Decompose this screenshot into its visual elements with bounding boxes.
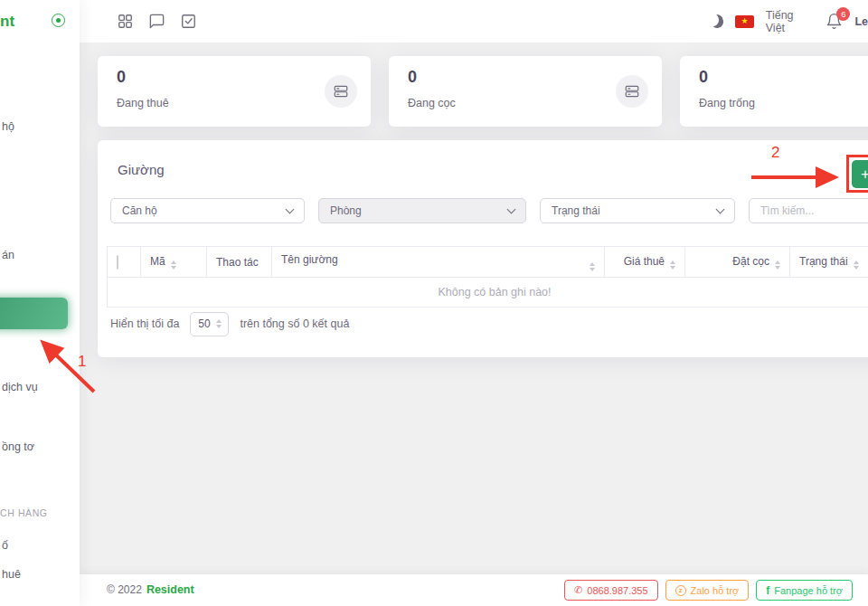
stat-card-dang-coc: 0 Đang cọc <box>389 56 662 127</box>
sidebar-item-can-ho[interactable]: hộ <box>2 120 14 133</box>
page-size-value: 50 <box>198 317 210 330</box>
chevron-down-icon <box>716 204 725 213</box>
page-size-stepper[interactable]: 50 <box>190 312 229 336</box>
stat-value: 0 <box>117 68 126 87</box>
annotation-highlight-box <box>846 155 868 193</box>
sidebar: nt hộ án dịch vụ ồng tơ CH HÀNG ố huê <box>0 0 80 606</box>
stat-card-dang-thue: 0 Đang thuê <box>98 56 371 127</box>
sidebar-item-an[interactable]: án <box>2 249 14 261</box>
search-input[interactable] <box>749 198 868 223</box>
select-all-checkbox[interactable] <box>117 255 118 270</box>
vietnam-flag-icon[interactable]: ★ <box>735 15 753 28</box>
filter-row: Căn hộ Phòng Trạng thái <box>110 198 868 223</box>
sort-icon <box>854 260 859 270</box>
annotation-step-1: 1 <box>78 353 86 371</box>
sort-icon <box>670 260 675 270</box>
sidebar-item-khach-thue[interactable]: huê <box>2 568 21 581</box>
sort-icon <box>590 262 595 271</box>
column-ten-giuong[interactable]: Tên giường <box>272 247 605 278</box>
sidebar-item-active-giuong[interactable] <box>0 298 68 329</box>
navbar-actions: ★ Tiếng Việt 6 Le <box>711 0 868 43</box>
phone-icon: ✆ <box>574 584 582 596</box>
column-ma[interactable]: Mã <box>141 247 207 278</box>
chat-icon[interactable] <box>148 13 165 30</box>
sort-icon <box>171 260 176 270</box>
empty-row: Không có bản ghi nào! <box>108 278 868 308</box>
pagination-prefix: Hiển thị tối đa <box>110 317 179 330</box>
chevron-down-icon <box>507 204 516 213</box>
sidebar-item-dich-vu[interactable]: dịch vụ <box>2 381 38 393</box>
sidebar-item-o[interactable]: ố <box>2 539 8 552</box>
zalo-icon: z <box>675 585 686 596</box>
check-square-icon[interactable] <box>180 13 197 30</box>
room-select[interactable]: Phòng <box>318 198 526 223</box>
stat-label: Đang trống <box>699 97 755 109</box>
panel-title: Giường <box>118 162 165 177</box>
stat-card-dang-trong: 0 Đang trống <box>680 56 868 127</box>
facebook-icon: f <box>766 584 769 597</box>
stat-label: Đang thuê <box>117 97 169 109</box>
status-select-label: Trạng thái <box>552 204 600 217</box>
stat-value: 0 <box>699 68 708 87</box>
dark-mode-icon[interactable] <box>709 13 725 29</box>
sidebar-collapse-icon[interactable] <box>52 14 65 27</box>
beds-panel: Giường Căn hộ Phòng Trạng thái <box>98 140 868 357</box>
table-header-row: Mã Thao tác Tên giường Giá thuê Đặt cọc … <box>108 247 868 278</box>
empty-state-text: Không có bản ghi nào! <box>108 278 868 308</box>
apartment-select[interactable]: Căn hộ <box>110 198 305 223</box>
fanpage-support-button[interactable]: f Fanpage hỗ trợ <box>756 580 853 601</box>
phone-support-button[interactable]: ✆ 0868.987.355 <box>564 580 658 601</box>
footer: © 2022Resident ✆ 0868.987.355 z Zalo hỗ … <box>80 574 868 606</box>
pagination: Hiển thị tối đa 50 trên tổng số 0 kết qu… <box>110 310 349 337</box>
apartment-select-label: Căn hộ <box>122 204 157 217</box>
app-screen: nt hộ án dịch vụ ồng tơ CH HÀNG ố huê ★ … <box>0 0 868 606</box>
apps-grid-icon[interactable] <box>117 13 134 30</box>
zalo-support-button[interactable]: z Zalo hỗ trợ <box>665 580 750 601</box>
footer-brand-link[interactable]: Resident <box>146 583 194 596</box>
support-buttons: ✆ 0868.987.355 z Zalo hỗ trợ f Fanpage h… <box>564 580 853 601</box>
sort-icon <box>775 260 780 270</box>
notifications-button[interactable]: 6 <box>826 13 843 30</box>
language-label[interactable]: Tiếng Việt <box>766 9 815 34</box>
beds-table: Mã Thao tác Tên giường Giá thuê Đặt cọc … <box>107 246 868 308</box>
status-select[interactable]: Trạng thái <box>540 198 735 223</box>
top-navbar: ★ Tiếng Việt 6 Le <box>80 0 868 43</box>
navbar-shortcuts <box>117 13 197 30</box>
bed-stack-icon <box>325 75 357 108</box>
column-thao-tac: Thao tác <box>207 247 272 278</box>
sidebar-item-ong-to[interactable]: ồng tơ <box>2 440 34 453</box>
select-all-cell <box>108 247 141 278</box>
column-gia-thue[interactable]: Giá thuê <box>605 247 685 278</box>
notification-badge: 6 <box>836 7 850 21</box>
copyright: © 2022Resident <box>107 583 194 596</box>
pagination-suffix: trên tổng số 0 kết quả <box>240 317 349 330</box>
room-select-label: Phòng <box>330 204 362 217</box>
bed-stack-icon <box>616 75 648 108</box>
annotation-step-2: 2 <box>771 144 779 162</box>
stat-label: Đang cọc <box>408 97 456 109</box>
sidebar-section-khach-hang: CH HÀNG <box>0 507 48 518</box>
chevron-down-icon <box>286 204 295 213</box>
column-trang-thai[interactable]: Trạng thái <box>790 247 868 278</box>
stat-value: 0 <box>408 68 417 87</box>
app-logo[interactable]: nt <box>0 13 14 31</box>
user-name[interactable]: Le <box>854 15 868 28</box>
copyright-year: © 2022 <box>107 583 142 596</box>
stepper-arrows-icon <box>216 319 222 328</box>
column-dat-coc[interactable]: Đặt cọc <box>685 247 790 278</box>
